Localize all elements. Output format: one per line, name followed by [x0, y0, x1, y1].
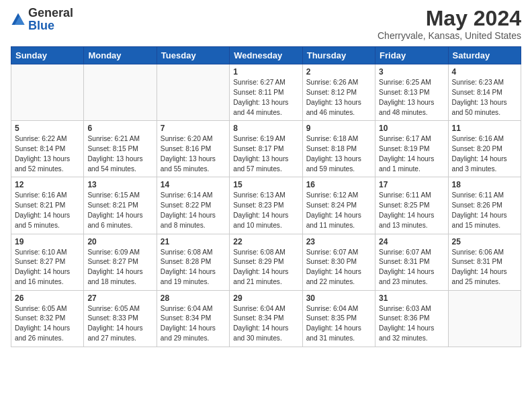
calendar-week-3: 12Sunrise: 6:16 AM Sunset: 8:21 PM Dayli…	[11, 177, 521, 234]
day-info: Sunrise: 6:14 AM Sunset: 8:22 PM Dayligh…	[161, 191, 226, 230]
calendar-day-31: 31Sunrise: 6:03 AM Sunset: 8:36 PM Dayli…	[375, 290, 448, 347]
day-info: Sunrise: 6:27 AM Sunset: 8:11 PM Dayligh…	[233, 78, 298, 118]
day-info: Sunrise: 6:26 AM Sunset: 8:12 PM Dayligh…	[306, 78, 371, 118]
day-number: 15	[233, 180, 298, 189]
day-info: Sunrise: 6:15 AM Sunset: 8:21 PM Dayligh…	[87, 191, 152, 230]
day-info: Sunrise: 6:05 AM Sunset: 8:32 PM Dayligh…	[15, 304, 80, 344]
day-info: Sunrise: 6:18 AM Sunset: 8:18 PM Dayligh…	[306, 134, 371, 174]
calendar-day-30: 30Sunrise: 6:04 AM Sunset: 8:35 PM Dayli…	[302, 290, 375, 347]
calendar-day-6: 6Sunrise: 6:21 AM Sunset: 8:15 PM Daylig…	[84, 121, 157, 177]
calendar-empty	[84, 64, 157, 121]
day-number: 23	[306, 237, 371, 246]
calendar-day-18: 18Sunrise: 6:11 AM Sunset: 8:26 PM Dayli…	[448, 177, 521, 234]
day-info: Sunrise: 6:08 AM Sunset: 8:29 PM Dayligh…	[233, 248, 298, 287]
day-info: Sunrise: 6:04 AM Sunset: 8:35 PM Dayligh…	[306, 304, 371, 344]
day-number: 1	[233, 67, 298, 77]
day-number: 25	[452, 237, 517, 246]
calendar-day-8: 8Sunrise: 6:19 AM Sunset: 8:17 PM Daylig…	[230, 121, 302, 177]
calendar-day-24: 24Sunrise: 6:07 AM Sunset: 8:31 PM Dayli…	[375, 234, 448, 290]
day-info: Sunrise: 6:23 AM Sunset: 8:14 PM Dayligh…	[452, 78, 517, 118]
day-info: Sunrise: 6:06 AM Sunset: 8:31 PM Dayligh…	[452, 248, 517, 287]
logo-text: General Blue	[28, 7, 73, 32]
calendar-table: SundayMondayTuesdayWednesdayThursdayFrid…	[11, 46, 521, 347]
day-info: Sunrise: 6:19 AM Sunset: 8:17 PM Dayligh…	[233, 134, 298, 174]
day-number: 19	[15, 237, 80, 246]
day-info: Sunrise: 6:10 AM Sunset: 8:27 PM Dayligh…	[15, 248, 80, 287]
day-number: 13	[87, 180, 152, 189]
day-number: 3	[379, 67, 444, 77]
day-info: Sunrise: 6:07 AM Sunset: 8:30 PM Dayligh…	[306, 248, 371, 287]
day-number: 30	[306, 293, 371, 303]
calendar-empty	[11, 64, 84, 121]
day-number: 11	[452, 124, 517, 133]
logo-icon	[11, 12, 26, 27]
calendar-day-21: 21Sunrise: 6:08 AM Sunset: 8:28 PM Dayli…	[157, 234, 229, 290]
logo: General Blue	[11, 7, 73, 32]
calendar-day-29: 29Sunrise: 6:04 AM Sunset: 8:34 PM Dayli…	[230, 290, 302, 347]
logo-general: General	[28, 6, 73, 19]
calendar-week-2: 5Sunrise: 6:22 AM Sunset: 8:14 PM Daylig…	[11, 121, 521, 177]
day-info: Sunrise: 6:16 AM Sunset: 8:20 PM Dayligh…	[452, 134, 517, 174]
calendar-week-4: 19Sunrise: 6:10 AM Sunset: 8:27 PM Dayli…	[11, 234, 521, 290]
calendar-day-7: 7Sunrise: 6:20 AM Sunset: 8:16 PM Daylig…	[157, 121, 229, 177]
day-info: Sunrise: 6:04 AM Sunset: 8:34 PM Dayligh…	[161, 304, 226, 344]
day-number: 10	[379, 124, 444, 133]
day-number: 12	[15, 180, 80, 189]
calendar-day-25: 25Sunrise: 6:06 AM Sunset: 8:31 PM Dayli…	[448, 234, 521, 290]
calendar-day-3: 3Sunrise: 6:25 AM Sunset: 8:13 PM Daylig…	[375, 64, 448, 121]
day-number: 17	[379, 180, 444, 189]
day-number: 29	[233, 293, 298, 303]
calendar-day-9: 9Sunrise: 6:18 AM Sunset: 8:18 PM Daylig…	[302, 121, 375, 177]
day-number: 31	[379, 293, 444, 303]
calendar-day-17: 17Sunrise: 6:11 AM Sunset: 8:25 PM Dayli…	[375, 177, 448, 234]
col-header-monday: Monday	[84, 47, 157, 64]
day-info: Sunrise: 6:05 AM Sunset: 8:33 PM Dayligh…	[87, 304, 152, 344]
day-number: 16	[306, 180, 371, 189]
calendar-day-22: 22Sunrise: 6:08 AM Sunset: 8:29 PM Dayli…	[230, 234, 302, 290]
calendar-day-1: 1Sunrise: 6:27 AM Sunset: 8:11 PM Daylig…	[230, 64, 302, 121]
month-year: May 2024	[378, 7, 521, 30]
day-number: 28	[161, 293, 226, 303]
calendar-day-26: 26Sunrise: 6:05 AM Sunset: 8:32 PM Dayli…	[11, 290, 84, 347]
day-number: 14	[161, 180, 226, 189]
calendar-day-4: 4Sunrise: 6:23 AM Sunset: 8:14 PM Daylig…	[448, 64, 521, 121]
logo-blue: Blue	[28, 19, 54, 32]
calendar-empty	[157, 64, 229, 121]
col-header-tuesday: Tuesday	[157, 47, 229, 64]
calendar-day-11: 11Sunrise: 6:16 AM Sunset: 8:20 PM Dayli…	[448, 121, 521, 177]
day-number: 20	[87, 237, 152, 246]
day-number: 27	[87, 293, 152, 303]
day-info: Sunrise: 6:17 AM Sunset: 8:19 PM Dayligh…	[379, 134, 444, 174]
day-info: Sunrise: 6:20 AM Sunset: 8:16 PM Dayligh…	[161, 134, 226, 174]
calendar-day-27: 27Sunrise: 6:05 AM Sunset: 8:33 PM Dayli…	[84, 290, 157, 347]
day-number: 7	[161, 124, 226, 133]
title-block: May 2024 Cherryvale, Kansas, United Stat…	[378, 7, 521, 41]
col-header-saturday: Saturday	[448, 47, 521, 64]
day-number: 22	[233, 237, 298, 246]
day-number: 4	[452, 67, 517, 77]
day-info: Sunrise: 6:22 AM Sunset: 8:14 PM Dayligh…	[15, 134, 80, 174]
col-header-friday: Friday	[375, 47, 448, 64]
day-info: Sunrise: 6:11 AM Sunset: 8:26 PM Dayligh…	[452, 191, 517, 230]
calendar-empty	[448, 290, 521, 347]
day-number: 9	[306, 124, 371, 133]
day-info: Sunrise: 6:11 AM Sunset: 8:25 PM Dayligh…	[379, 191, 444, 230]
calendar-day-23: 23Sunrise: 6:07 AM Sunset: 8:30 PM Dayli…	[302, 234, 375, 290]
calendar-day-28: 28Sunrise: 6:04 AM Sunset: 8:34 PM Dayli…	[157, 290, 229, 347]
page: General Blue May 2024 Cherryvale, Kansas…	[0, 0, 532, 354]
calendar-day-10: 10Sunrise: 6:17 AM Sunset: 8:19 PM Dayli…	[375, 121, 448, 177]
day-info: Sunrise: 6:07 AM Sunset: 8:31 PM Dayligh…	[379, 248, 444, 287]
col-header-thursday: Thursday	[302, 47, 375, 64]
day-number: 26	[15, 293, 80, 303]
day-number: 21	[161, 237, 226, 246]
calendar-day-13: 13Sunrise: 6:15 AM Sunset: 8:21 PM Dayli…	[84, 177, 157, 234]
calendar-week-5: 26Sunrise: 6:05 AM Sunset: 8:32 PM Dayli…	[11, 290, 521, 347]
day-info: Sunrise: 6:03 AM Sunset: 8:36 PM Dayligh…	[379, 304, 444, 344]
day-number: 6	[87, 124, 152, 133]
header: General Blue May 2024 Cherryvale, Kansas…	[11, 7, 521, 41]
day-info: Sunrise: 6:08 AM Sunset: 8:28 PM Dayligh…	[161, 248, 226, 287]
day-info: Sunrise: 6:13 AM Sunset: 8:23 PM Dayligh…	[233, 191, 298, 230]
calendar-day-5: 5Sunrise: 6:22 AM Sunset: 8:14 PM Daylig…	[11, 121, 84, 177]
calendar-day-14: 14Sunrise: 6:14 AM Sunset: 8:22 PM Dayli…	[157, 177, 229, 234]
calendar-day-16: 16Sunrise: 6:12 AM Sunset: 8:24 PM Dayli…	[302, 177, 375, 234]
